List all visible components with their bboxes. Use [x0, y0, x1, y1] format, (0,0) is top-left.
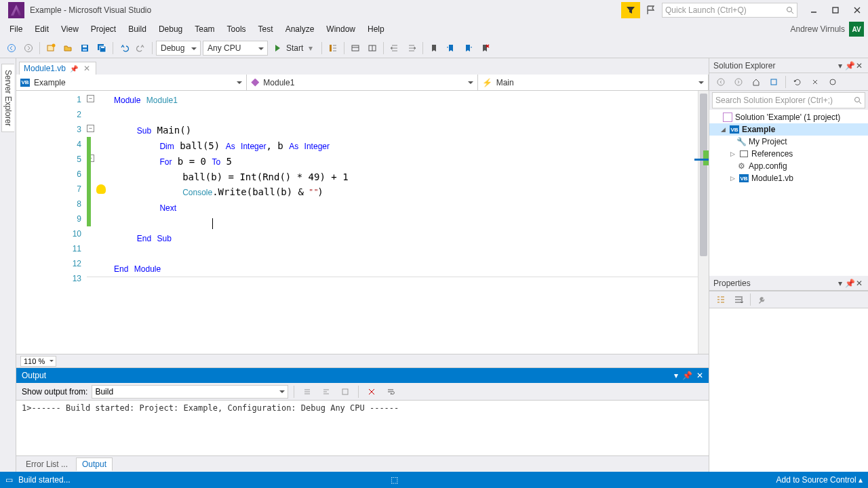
platform-dropdown[interactable]: Any CPU: [203, 41, 268, 56]
sol-refresh-button[interactable]: [790, 75, 805, 89]
indent-more-button[interactable]: [404, 41, 419, 56]
menu-debug[interactable]: Debug: [153, 22, 188, 36]
output-source-dropdown[interactable]: Build: [92, 385, 288, 399]
indent-less-button[interactable]: [387, 41, 402, 56]
window-title: Example - Microsoft Visual Studio: [30, 5, 621, 15]
props-az-button[interactable]: [731, 292, 746, 307]
bookmark-clear-button[interactable]: [477, 41, 492, 56]
menu-project[interactable]: Project: [85, 22, 121, 36]
svg-point-16: [717, 79, 724, 85]
nav-project-dropdown[interactable]: VBExample: [16, 75, 247, 90]
props-wrench-button[interactable]: [755, 292, 770, 307]
properties-header[interactable]: Properties▾📌✕: [709, 276, 868, 291]
redo-button[interactable]: [134, 41, 149, 56]
dropdown-icon[interactable]: ▾: [674, 371, 678, 380]
lightbulb-icon[interactable]: [96, 184, 106, 194]
editor-scrollbar[interactable]: [698, 91, 709, 354]
sol-props-button[interactable]: [825, 75, 840, 89]
module-icon: [251, 79, 259, 87]
svg-point-0: [787, 7, 792, 12]
sol-collapse-button[interactable]: [808, 75, 823, 89]
menu-edit[interactable]: Edit: [29, 22, 54, 36]
output-text[interactable]: 1>------ Build started: Project: Example…: [16, 401, 709, 455]
notification-filter-icon[interactable]: [621, 2, 640, 18]
undo-button[interactable]: [117, 41, 132, 56]
tree-solution-root[interactable]: Solution 'Example' (1 project): [709, 111, 868, 123]
menu-test[interactable]: Test: [253, 22, 279, 36]
bookmark-prev-button[interactable]: [443, 41, 458, 56]
solution-explorer-header[interactable]: Solution Explorer▾📌✕: [709, 58, 868, 73]
output-header[interactable]: Output ▾ 📌 ✕: [16, 368, 709, 383]
menu-analyze[interactable]: Analyze: [280, 22, 320, 36]
out-btn-1[interactable]: [300, 384, 315, 399]
save-all-button[interactable]: [94, 41, 109, 56]
title-bar: Example - Microsoft Visual Studio Quick …: [0, 0, 868, 20]
text-cursor: [212, 218, 213, 229]
nav-member-dropdown[interactable]: ⚡Main: [478, 75, 709, 90]
svg-point-2: [8, 44, 16, 52]
menu-tools[interactable]: Tools: [222, 22, 252, 36]
quick-launch-input[interactable]: Quick Launch (Ctrl+Q): [662, 3, 797, 18]
new-project-button[interactable]: [43, 41, 58, 56]
tab-output[interactable]: Output: [76, 458, 113, 471]
vs-logo-icon: [8, 2, 24, 18]
tool-btn-3[interactable]: [365, 41, 380, 56]
tree-my-project[interactable]: 🔧My Project: [709, 136, 868, 148]
menu-file[interactable]: File: [4, 22, 28, 36]
config-dropdown[interactable]: Debug: [156, 41, 201, 56]
source-control-button[interactable]: Add to Source Control ▴: [776, 475, 863, 485]
tool-btn-2[interactable]: [348, 41, 363, 56]
menu-help[interactable]: Help: [362, 22, 390, 36]
menu-build[interactable]: Build: [123, 22, 152, 36]
pin-icon[interactable]: 📌: [70, 65, 78, 73]
open-file-button[interactable]: [60, 41, 75, 56]
nav-bar: VBExample Module1 ⚡Main: [16, 75, 709, 91]
close-icon[interactable]: ✕: [696, 371, 703, 380]
pin-icon[interactable]: 📌: [682, 371, 692, 380]
tab-error-list[interactable]: Error List ...: [20, 458, 73, 470]
svg-point-20: [855, 98, 860, 102]
svg-rect-15: [342, 389, 348, 394]
close-tab-icon[interactable]: ✕: [82, 64, 92, 73]
doc-tab-module1[interactable]: Module1.vb 📌 ✕: [19, 62, 96, 75]
tree-references[interactable]: ▷References: [709, 148, 868, 160]
code-editor[interactable]: 12345678910111213 − − − Module Module1 S…: [16, 91, 709, 354]
tree-module1[interactable]: ▷VBModule1.vb: [709, 172, 868, 184]
server-explorer-tab[interactable]: Server Explorer: [1, 64, 14, 132]
zoom-dropdown[interactable]: 110 %: [20, 356, 56, 367]
menu-view[interactable]: View: [56, 22, 84, 36]
bookmark-next-button[interactable]: [460, 41, 475, 56]
properties-grid[interactable]: [709, 308, 868, 472]
tool-btn-1[interactable]: [326, 41, 340, 56]
feedback-flag-icon[interactable]: [643, 2, 659, 18]
sol-sync-button[interactable]: [766, 75, 781, 89]
solution-search-input[interactable]: Search Solution Explorer (Ctrl+;): [712, 92, 865, 108]
close-button[interactable]: [849, 2, 865, 18]
nav-type-dropdown[interactable]: Module1: [247, 75, 477, 90]
props-cat-button[interactable]: [713, 292, 728, 307]
out-clear-button[interactable]: [364, 384, 379, 399]
menu-window[interactable]: Window: [321, 22, 361, 36]
solution-tree[interactable]: Solution 'Example' (1 project) ◢VBExampl…: [709, 110, 868, 276]
config-icon: ⚙: [736, 161, 746, 171]
out-wrap-button[interactable]: [383, 384, 398, 399]
tree-project[interactable]: ◢VBExample: [709, 123, 868, 136]
bookmark-button[interactable]: [427, 41, 441, 56]
code-content[interactable]: Module Module1 Sub Main() Dim ball(5) As…: [87, 91, 698, 354]
nav-back-button[interactable]: [4, 41, 19, 56]
nav-fwd-button[interactable]: [21, 41, 36, 56]
out-btn-3[interactable]: [338, 384, 353, 399]
maximize-button[interactable]: [827, 2, 844, 18]
user-avatar[interactable]: AV: [849, 22, 864, 37]
start-button[interactable]: Start▾: [270, 43, 318, 53]
sol-back-button[interactable]: [713, 75, 728, 89]
user-name[interactable]: Andrew Virnuls: [791, 24, 845, 34]
menu-team[interactable]: Team: [189, 22, 220, 36]
editor-statusbar: 110 %: [16, 354, 709, 367]
sol-home-button[interactable]: [749, 75, 764, 89]
out-btn-2[interactable]: [319, 384, 334, 399]
minimize-button[interactable]: [806, 2, 822, 18]
tree-app-config[interactable]: ⚙App.config: [709, 160, 868, 172]
sol-fwd-button[interactable]: [731, 75, 746, 89]
save-button[interactable]: [77, 41, 92, 56]
